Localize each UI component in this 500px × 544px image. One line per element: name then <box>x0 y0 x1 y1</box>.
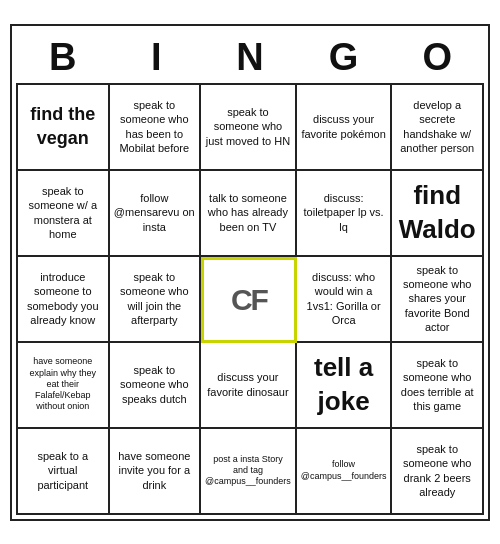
bingo-cell-6[interactable]: follow @mensarevu on insta <box>110 171 202 257</box>
bingo-cell-24[interactable]: speak to someone who drank 2 beers alrea… <box>392 429 484 515</box>
letter-b: B <box>20 36 106 79</box>
letter-o: O <box>394 36 480 79</box>
bingo-cell-14[interactable]: speak to someone who shares your favorit… <box>392 257 484 343</box>
bingo-cell-13[interactable]: discuss: who would win a 1vs1: Gorilla o… <box>297 257 393 343</box>
letter-n: N <box>207 36 293 79</box>
bingo-cell-20[interactable]: speak to a virtual participant <box>18 429 110 515</box>
bingo-cell-5[interactable]: speak to someone w/ a monstera at home <box>18 171 110 257</box>
bingo-cell-0[interactable]: find the vegan <box>18 85 110 171</box>
letter-g: G <box>301 36 387 79</box>
bingo-cell-21[interactable]: have someone invite you for a drink <box>110 429 202 515</box>
bingo-grid: find the veganspeak to someone who has b… <box>16 83 484 515</box>
bingo-cell-22[interactable]: post a insta Story and tag @campus__foun… <box>201 429 297 515</box>
bingo-cell-17[interactable]: discuss your favorite dinosaur <box>201 343 297 429</box>
bingo-cell-2[interactable]: speak to someone who just moved to HN <box>201 85 297 171</box>
bingo-cell-19[interactable]: speak to someone who does terrible at th… <box>392 343 484 429</box>
bingo-cell-4[interactable]: develop a secrete handshake w/ another p… <box>392 85 484 171</box>
bingo-cell-23[interactable]: follow @campus__founders <box>297 429 393 515</box>
bingo-cell-3[interactable]: discuss your favorite pokémon <box>297 85 393 171</box>
letter-i: I <box>113 36 199 79</box>
bingo-cell-10[interactable]: introduce someone to somebody you alread… <box>18 257 110 343</box>
bingo-cell-7[interactable]: talk to someone who has already been on … <box>201 171 297 257</box>
bingo-cell-15[interactable]: have someone explain why they eat their … <box>18 343 110 429</box>
bingo-cell-1[interactable]: speak to someone who has been to Mobilat… <box>110 85 202 171</box>
bingo-cell-18[interactable]: tell a joke <box>297 343 393 429</box>
bingo-cell-9[interactable]: find Waldo <box>392 171 484 257</box>
bingo-cell-8[interactable]: discuss: toiletpaper lp vs. lq <box>297 171 393 257</box>
bingo-cell-11[interactable]: speak to someone who will join the after… <box>110 257 202 343</box>
bingo-cell-12[interactable]: CF <box>201 257 297 343</box>
bingo-card: B I N G O find the veganspeak to someone… <box>10 24 490 521</box>
bingo-header: B I N G O <box>16 30 484 83</box>
bingo-cell-16[interactable]: speak to someone who speaks dutch <box>110 343 202 429</box>
